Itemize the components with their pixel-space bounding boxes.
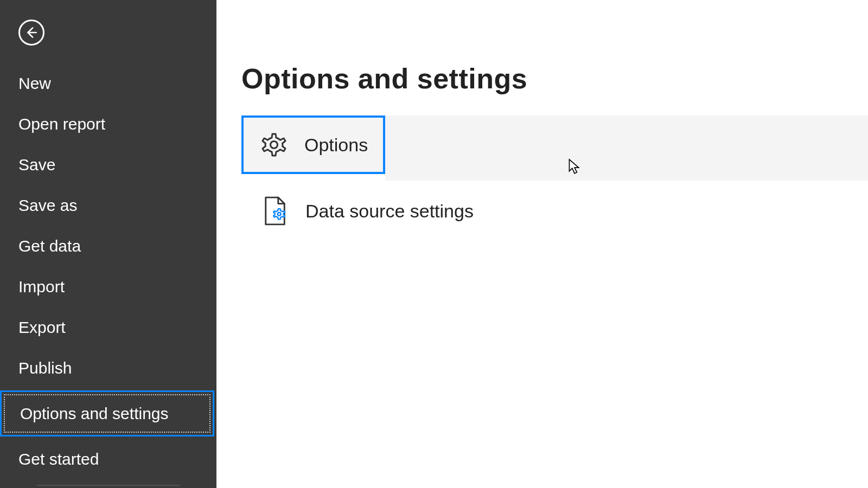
sidebar-item-options-and-settings[interactable]: Options and settings xyxy=(0,390,216,436)
sidebar-item-label: Options and settings xyxy=(20,404,169,422)
data-source-settings-icon xyxy=(260,196,290,226)
sidebar-item-label: Export xyxy=(18,318,66,336)
sidebar-item-save[interactable]: Save xyxy=(0,144,216,185)
sidebar-item-label: Get data xyxy=(18,237,81,255)
sidebar-item-label: Publish xyxy=(18,359,72,377)
data-source-settings-tile[interactable]: Data source settings xyxy=(241,184,868,238)
file-menu-sidebar: New Open report Save Save as Get data Im… xyxy=(0,0,216,488)
options-hover-strip xyxy=(385,115,868,181)
sidebar-item-label: Save as xyxy=(18,196,77,214)
sidebar-item-label: Get started xyxy=(18,450,99,468)
sidebar-item-get-data[interactable]: Get data xyxy=(0,226,216,266)
file-menu-list: New Open report Save Save as Get data Im… xyxy=(0,59,216,486)
sidebar-item-label: New xyxy=(18,74,51,92)
arrow-left-icon xyxy=(24,25,39,40)
sidebar-item-save-as[interactable]: Save as xyxy=(0,185,216,226)
back-button[interactable] xyxy=(18,20,44,46)
sidebar-item-export[interactable]: Export xyxy=(0,307,216,348)
gear-icon xyxy=(259,130,289,160)
main-content: Options and settings Options xyxy=(216,0,868,488)
sidebar-item-label: Save xyxy=(18,156,55,174)
data-source-settings-label: Data source settings xyxy=(305,201,474,222)
options-tile[interactable]: Options xyxy=(241,115,385,174)
svg-point-1 xyxy=(271,142,278,149)
sidebar-item-label: Import xyxy=(18,278,65,296)
sidebar-item-new[interactable]: New xyxy=(0,63,216,104)
options-label: Options xyxy=(304,134,368,156)
svg-point-2 xyxy=(278,213,281,216)
page-title: Options and settings xyxy=(241,62,868,95)
sidebar-item-import[interactable]: Import xyxy=(0,266,216,307)
sidebar-item-get-started[interactable]: Get started xyxy=(0,439,216,486)
menu-divider xyxy=(37,485,180,486)
sidebar-item-open-report[interactable]: Open report xyxy=(0,104,216,144)
sidebar-item-publish[interactable]: Publish xyxy=(0,348,216,388)
sidebar-item-label: Open report xyxy=(18,115,105,133)
